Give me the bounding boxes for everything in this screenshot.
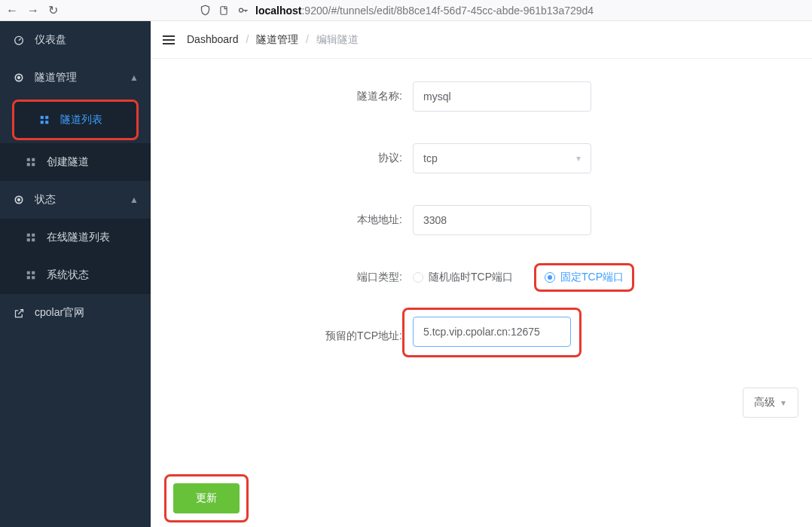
svg-rect-11	[27, 163, 30, 166]
circle-icon	[12, 193, 26, 207]
local-addr-input[interactable]	[413, 205, 591, 235]
svg-rect-5	[41, 116, 44, 119]
svg-rect-10	[32, 158, 35, 161]
url-text[interactable]: localhost:9200/#/tunnels/edit/8b8ce14f-5…	[255, 5, 594, 17]
advanced-label: 高级	[754, 396, 775, 409]
circle-icon	[12, 71, 26, 84]
label-protocol: 协议:	[151, 152, 413, 165]
crumb-tunnel-mgmt[interactable]: 隧道管理	[256, 33, 298, 45]
svg-point-14	[18, 199, 20, 201]
svg-rect-15	[27, 234, 30, 237]
crumb-dashboard[interactable]: Dashboard	[187, 33, 239, 45]
svg-rect-20	[32, 271, 35, 274]
sidebar-item-label: 系统状态	[47, 268, 89, 282]
radio-circle-icon	[545, 272, 555, 283]
svg-rect-12	[32, 163, 35, 166]
svg-rect-6	[45, 116, 48, 119]
radio-label: 固定TCP端口	[560, 271, 624, 284]
crumb-edit-tunnel: 编辑隧道	[316, 33, 359, 45]
reserved-tcp-input[interactable]	[413, 317, 571, 347]
advanced-button[interactable]: 高级 ▼	[743, 388, 798, 418]
submit-label: 更新	[196, 492, 217, 504]
label-port-type: 端口类型:	[151, 271, 413, 284]
chevron-up-icon: ▲	[130, 72, 139, 83]
sidebar-item-label: 状态	[35, 193, 56, 207]
label-tunnel-name: 隧道名称:	[151, 90, 413, 103]
forward-icon[interactable]: →	[27, 5, 39, 17]
radio-circle-icon	[413, 272, 423, 283]
grid-icon	[24, 268, 38, 282]
tunnel-name-input[interactable]	[413, 81, 591, 112]
radio-random-port[interactable]: 随机临时TCP端口	[413, 271, 513, 284]
svg-rect-18	[32, 238, 35, 241]
svg-rect-0	[221, 6, 227, 14]
sidebar-item-label: 隧道列表	[60, 113, 102, 127]
sidebar-item-online-list[interactable]: 在线隧道列表	[0, 219, 151, 256]
sidebar-item-tunnel-mgmt[interactable]: 隧道管理 ▲	[0, 59, 151, 97]
submit-wrap: 更新	[166, 476, 247, 521]
sidebar-item-official-site[interactable]: cpolar官网	[0, 294, 151, 332]
browser-address-bar: ← → ↻ localhost:9200/#/tunnels/edit/8b8c…	[0, 0, 812, 21]
sidebar-item-sys-status[interactable]: 系统状态	[0, 256, 151, 294]
protocol-select[interactable]: tcp ▾	[413, 143, 591, 173]
menu-toggle-icon[interactable]	[163, 35, 175, 44]
svg-rect-16	[32, 234, 35, 237]
sidebar-item-dashboard[interactable]: 仪表盘	[0, 21, 151, 59]
grid-icon	[24, 155, 38, 169]
chevron-down-icon: ▾	[576, 153, 581, 164]
svg-rect-17	[27, 238, 30, 241]
svg-rect-8	[45, 121, 48, 124]
grid-icon	[38, 113, 51, 127]
gauge-icon	[12, 33, 26, 47]
svg-rect-7	[41, 121, 44, 124]
svg-rect-19	[27, 271, 30, 274]
label-local-addr: 本地地址:	[151, 213, 413, 227]
svg-rect-22	[32, 276, 35, 279]
main-content: Dashboard / 隧道管理 / 编辑隧道 隧道名称: 协议: tcp ▾	[151, 21, 812, 527]
svg-rect-9	[27, 158, 30, 161]
protocol-value: tcp	[423, 152, 438, 164]
sidebar-item-tunnel-list[interactable]: 隧道列表	[14, 101, 137, 139]
chevron-up-icon: ▲	[130, 195, 139, 205]
sidebar-item-label: 创建隧道	[47, 155, 89, 169]
svg-point-4	[18, 77, 20, 79]
sidebar-item-status[interactable]: 状态 ▲	[0, 181, 151, 219]
submit-button[interactable]: 更新	[173, 483, 240, 513]
reload-icon[interactable]: ↻	[48, 5, 58, 17]
label-reserved-tcp: 预留的TCP地址:	[151, 329, 413, 343]
breadcrumb: Dashboard / 隧道管理 / 编辑隧道	[187, 33, 359, 47]
shield-icon	[200, 5, 211, 16]
svg-rect-21	[27, 276, 30, 279]
sidebar-item-create-tunnel[interactable]: 创建隧道	[0, 143, 151, 181]
radio-fixed-port[interactable]: 固定TCP端口	[545, 271, 624, 284]
sidebar: 仪表盘 隧道管理 ▲ 隧道列表 创建隧道	[0, 21, 151, 527]
page-icon	[218, 5, 229, 16]
grid-icon	[24, 231, 38, 244]
radio-label: 随机临时TCP端口	[429, 271, 513, 284]
sidebar-item-label: 仪表盘	[35, 33, 66, 47]
external-link-icon	[12, 306, 26, 320]
sidebar-item-label: cpolar官网	[35, 306, 84, 320]
caret-down-icon: ▼	[780, 399, 787, 407]
top-header: Dashboard / 隧道管理 / 编辑隧道	[151, 21, 812, 59]
sidebar-item-label: 在线隧道列表	[47, 231, 110, 244]
back-icon[interactable]: ←	[6, 5, 18, 17]
lock-icon	[237, 5, 249, 16]
svg-point-1	[240, 8, 243, 12]
sidebar-item-label: 隧道管理	[35, 71, 77, 84]
